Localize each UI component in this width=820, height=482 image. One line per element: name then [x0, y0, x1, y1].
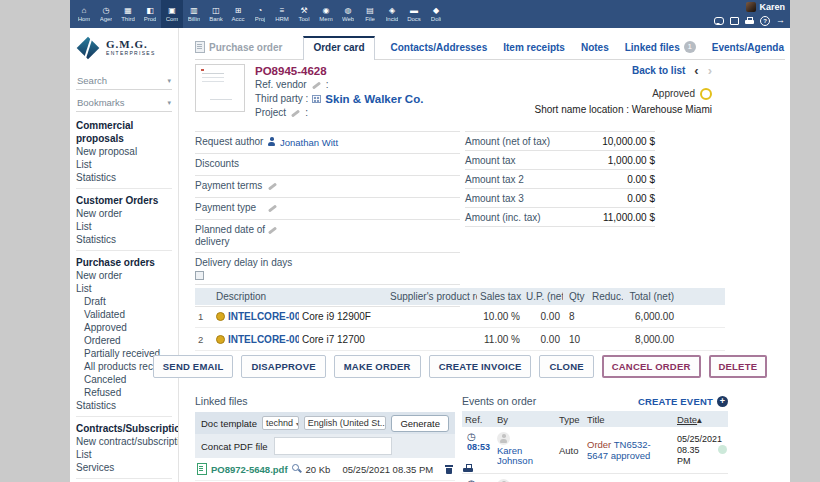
template-select[interactable]: technd ▾ [262, 416, 299, 430]
menu-home[interactable]: ⌂Hom [73, 0, 95, 28]
tab-events-agenda[interactable]: Events/Agenda [712, 42, 784, 59]
events-header-by: By [494, 414, 556, 425]
product-ref-link[interactable]: INTELCORE-003 [228, 334, 299, 345]
main-content: Purchase order Order cardContacts/Addres… [195, 28, 790, 482]
menu-documents[interactable]: ▬Docs [403, 0, 425, 28]
chat-icon[interactable] [714, 17, 724, 25]
help-icon[interactable]: ? [760, 16, 770, 26]
file-link[interactable]: PO8972-5648.pdf [211, 464, 288, 475]
concat-pdf-input[interactable] [274, 437, 392, 455]
events-header-date-sort[interactable]: Date▴ [674, 414, 718, 425]
menu-products[interactable]: ◧Prod [139, 0, 161, 28]
language-select[interactable]: English (United St... ▾ [304, 416, 387, 430]
search-dropdown[interactable]: Search ▾ [76, 72, 172, 90]
sidebar-item[interactable]: Draft [76, 295, 172, 308]
linked-files-section: Linked files Doc template technd ▾ Engli… [195, 395, 455, 482]
sidebar-item[interactable]: New order [76, 207, 172, 220]
plus-circle-icon: + [717, 396, 728, 407]
virtualcard-icon[interactable] [730, 17, 739, 25]
menu-third-parties[interactable]: ▦Third [117, 0, 139, 28]
document-thumbnail[interactable] [195, 64, 245, 112]
menu-billing[interactable]: ▥Billin [183, 0, 205, 28]
tab-contacts-addresses[interactable]: Contacts/Addresses [391, 42, 488, 59]
edit-pencil-icon[interactable] [311, 80, 322, 90]
menu-tools[interactable]: ⚒Tool [293, 0, 315, 28]
delete-file-icon[interactable] [445, 464, 453, 474]
sidebar-item[interactable]: New contract/subscription [76, 435, 172, 448]
field-row: Payment terms [195, 176, 460, 198]
clone-button[interactable]: CLONE [539, 355, 593, 378]
sidebar-item[interactable]: Statistics [76, 171, 172, 184]
sales-tax-cell: 10.00 % [477, 311, 523, 322]
sidebar-item[interactable]: Validated [76, 308, 172, 321]
generate-button[interactable]: Generate [391, 415, 449, 432]
tab-notes[interactable]: Notes [581, 42, 609, 59]
delete-button[interactable]: DELETE [709, 355, 768, 378]
tab-order-card[interactable]: Order card [303, 36, 374, 60]
product-ref-link[interactable]: INTELCORE-002 [228, 311, 299, 322]
make-order-button[interactable]: MAKE ORDER [334, 355, 421, 378]
sidebar-item[interactable]: New order [76, 269, 172, 282]
field-row: Request authorJonathan Witt [195, 132, 460, 154]
chevron-right-icon[interactable]: › [708, 66, 712, 76]
sidebar-item[interactable]: List [76, 158, 172, 171]
edit-pencil-icon[interactable] [267, 181, 278, 191]
edit-pencil-icon[interactable] [290, 108, 301, 118]
menu-commercial[interactable]: ▣Com [161, 0, 183, 28]
print-icon[interactable] [745, 20, 754, 24]
menu-tickets[interactable]: ◈Incid [381, 0, 403, 28]
chevron-left-icon[interactable]: ‹ [694, 66, 698, 76]
edit-pencil-icon[interactable] [267, 203, 278, 213]
sidebar-item[interactable]: List [76, 448, 172, 461]
sidebar-item[interactable]: New proposal [76, 145, 172, 158]
menu-agenda[interactable]: ◷Ager [95, 0, 117, 28]
sidebar-section: Customer OrdersNew orderListStatistics [76, 188, 172, 250]
logout-icon[interactable]: → [776, 16, 785, 25]
file-size: 20 Kb [306, 464, 331, 475]
tab-linked-files[interactable]: Linked files1 [625, 41, 696, 59]
product-row: 1INTELCORE-002Core i9 12900F10.00 %0.008… [195, 305, 725, 328]
sidebar-item[interactable]: Services [76, 461, 172, 474]
user-menu[interactable]: Karen [746, 2, 785, 12]
menu-bank[interactable]: ◫Bank [205, 0, 227, 28]
sidebar-item[interactable]: Statistics [76, 233, 172, 246]
menu-accounting[interactable]: ⊞Accc [227, 0, 249, 28]
sidebar-item[interactable]: List [76, 282, 172, 295]
request-author-link[interactable]: Jonathan Witt [280, 137, 338, 148]
sidebar-item[interactable]: Refused [76, 386, 172, 399]
menu-members[interactable]: ◉Mem [315, 0, 337, 28]
event-user-link[interactable]: Karen Johnson [497, 445, 533, 466]
cancel-order-button[interactable]: CANCEL ORDER [602, 355, 701, 378]
field-row: Discounts [195, 154, 460, 176]
third-party-row: Third party : Skin & Walker Co. [255, 92, 423, 106]
sidebar-item[interactable]: List [76, 220, 172, 233]
sidebar-item[interactable]: Ordered [76, 334, 172, 347]
location-label: Short name location : Warehouse Miami [535, 103, 713, 116]
third-party-link[interactable]: Skin & Walker Co. [325, 92, 423, 106]
sidebar-section: Commercial proposalsNew proposalListStat… [76, 114, 172, 188]
sidebar-item[interactable]: Approved [76, 321, 172, 334]
menu-files[interactable]: ▤File [359, 0, 381, 28]
amount-value: 1,000.00 $ [608, 155, 655, 166]
company-logo[interactable]: G.M.G. ENTERPRISES [70, 28, 178, 68]
menu-dolibarr[interactable]: ◆Doli [425, 0, 447, 28]
pdf-file-icon [197, 463, 207, 475]
preview-icon[interactable] [292, 464, 302, 474]
back-to-list-link[interactable]: Back to list [632, 64, 685, 77]
menu-projects[interactable]: ◔Proj [249, 0, 271, 28]
logo-line1: G.M.G. [106, 40, 156, 49]
sidebar-item[interactable]: Statistics [76, 399, 172, 412]
edit-pencil-icon[interactable] [267, 225, 278, 235]
bookmarks-dropdown[interactable]: Bookmarks ▾ [76, 94, 172, 112]
menu-website[interactable]: ◍Web [337, 0, 359, 28]
field-label: Payment terms [195, 180, 267, 193]
create-event-button[interactable]: CREATE EVENT + [638, 396, 728, 407]
help-icon[interactable] [195, 271, 204, 280]
event-time-link[interactable]: 08:53 [467, 442, 491, 452]
disapprove-button[interactable]: DISAPPROVE [241, 355, 325, 378]
create-invoice-button[interactable]: CREATE INVOICE [429, 355, 532, 378]
tab-item-receipts[interactable]: Item receipts [503, 42, 565, 59]
send-email-button[interactable]: SEND EMAIL [153, 355, 234, 378]
context-label: Purchase order [195, 41, 282, 59]
menu-hrm[interactable]: ≡HRM [271, 0, 293, 28]
